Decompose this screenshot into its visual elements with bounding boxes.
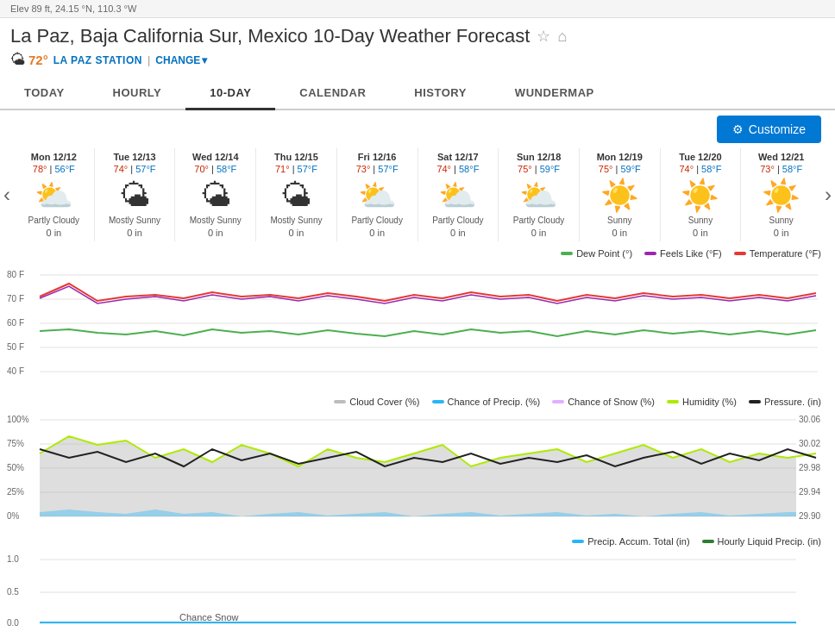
day-col-8[interactable]: Tue 12/20 74° | 58°F ☀️ Sunny 0 in bbox=[661, 148, 742, 241]
day-temps: 75° | 59°F bbox=[500, 164, 577, 174]
day-temps: 74° | 58°F bbox=[662, 164, 739, 174]
tab-today[interactable]: TODAY bbox=[0, 78, 89, 110]
tab-hourly[interactable]: HOURLY bbox=[89, 78, 186, 110]
tab-history[interactable]: HISTORY bbox=[390, 78, 491, 110]
condition-label: Mostly Sunny bbox=[97, 216, 173, 226]
weather-icon: ⛅ bbox=[420, 178, 497, 214]
legend-item: Chance of Snow (%) bbox=[552, 397, 655, 407]
legend-label: Humidity (%) bbox=[682, 397, 737, 407]
day-temps: 70° | 58°F bbox=[177, 164, 254, 174]
legend-dot bbox=[572, 540, 584, 543]
day-temps: 71° | 57°F bbox=[258, 164, 335, 174]
temp-low: 57°F bbox=[378, 164, 398, 174]
day-label: Fri 12/16 bbox=[339, 152, 416, 162]
prev-arrow-button[interactable]: ‹ bbox=[0, 183, 14, 207]
temp-high: 78° bbox=[33, 164, 47, 174]
condition-label: Sunny bbox=[581, 216, 658, 226]
legend-dot bbox=[749, 400, 761, 403]
precip-label: 0 in bbox=[177, 228, 254, 238]
day-temps: 73° | 57°F bbox=[339, 164, 416, 174]
weather-icon: ⛅ bbox=[339, 178, 416, 214]
temp-low: 56°F bbox=[54, 164, 74, 174]
legend-label: Feels Like (°F) bbox=[660, 248, 722, 259]
temp-high: 73° bbox=[356, 164, 371, 174]
temp-high: 70° bbox=[194, 164, 209, 174]
station-row: 🌤 72° LA PAZ STATION | CHANGE ▾ bbox=[10, 51, 825, 69]
days-container: Mon 12/12 78° | 56°F ⛅ Partly Cloudy 0 i… bbox=[14, 148, 821, 241]
station-name: LA PAZ STATION bbox=[53, 54, 142, 66]
day-col-1[interactable]: Tue 12/13 74° | 57°F 🌤 Mostly Sunny 0 in bbox=[95, 148, 176, 241]
day-col-4[interactable]: Fri 12/16 73° | 57°F ⛅ Partly Cloudy 0 i… bbox=[337, 148, 418, 241]
tab-10day[interactable]: 10-DAY bbox=[185, 78, 275, 110]
day-col-3[interactable]: Thu 12/15 71° | 57°F 🌤 Mostly Sunny 0 in bbox=[256, 148, 337, 241]
condition-label: Sunny bbox=[662, 216, 739, 226]
precip-label: 0 in bbox=[420, 228, 497, 238]
temp-high: 71° bbox=[275, 164, 290, 174]
temp-low: 58°F bbox=[459, 164, 479, 174]
temp-high: 74° bbox=[679, 164, 694, 174]
weather-icon: 🌤 bbox=[97, 178, 173, 214]
condition-label: Partly Cloudy bbox=[420, 216, 497, 226]
legend-dot bbox=[552, 400, 564, 403]
tab-calendar[interactable]: CALENDAR bbox=[275, 78, 390, 110]
page-title-row: La Paz, Baja California Sur, Mexico 10-D… bbox=[10, 25, 825, 47]
nav-tabs: TODAY HOURLY 10-DAY CALENDAR HISTORY WUN… bbox=[0, 78, 835, 110]
svg-text:50 F: 50 F bbox=[7, 342, 24, 352]
temp-low: 59°F bbox=[540, 164, 560, 174]
day-col-6[interactable]: Sun 12/18 75° | 59°F ⛅ Partly Cloudy 0 i… bbox=[499, 148, 580, 241]
svg-text:25%: 25% bbox=[7, 487, 24, 497]
day-temps: 74° | 57°F bbox=[97, 164, 173, 174]
legend-dot bbox=[702, 540, 714, 543]
day-col-2[interactable]: Wed 12/14 70° | 58°F 🌤 Mostly Sunny 0 in bbox=[175, 148, 256, 241]
day-label: Sun 12/18 bbox=[500, 152, 577, 162]
legend-item: Cloud Cover (%) bbox=[334, 397, 419, 407]
temperature-chart-section: Dew Point (°)Feels Like (°F)Temperature … bbox=[0, 241, 835, 390]
temp-low: 58°F bbox=[701, 164, 721, 174]
legend-label: Temperature (°F) bbox=[750, 248, 821, 259]
temp-high: 75° bbox=[518, 164, 532, 174]
day-label: Sat 12/17 bbox=[420, 152, 497, 162]
home-icon[interactable]: ⌂ bbox=[557, 28, 567, 46]
customize-button[interactable]: ⚙ Customize bbox=[717, 116, 821, 143]
precip-label: 0 in bbox=[258, 228, 335, 238]
precip-chart-legend: Precip. Accum. Total (in)Hourly Liquid P… bbox=[7, 533, 828, 550]
day-label: Mon 12/12 bbox=[16, 152, 92, 162]
temp-low: 58°F bbox=[782, 164, 802, 174]
svg-text:75%: 75% bbox=[7, 439, 24, 448]
legend-item: Chance of Precip. (%) bbox=[432, 397, 541, 407]
svg-marker-25 bbox=[40, 436, 796, 516]
favorite-icon[interactable]: ☆ bbox=[537, 27, 550, 46]
temp-high: 75° bbox=[599, 164, 613, 174]
current-weather-icon: 🌤 bbox=[10, 51, 26, 69]
condition-label: Sunny bbox=[743, 216, 819, 226]
svg-text:70 F: 70 F bbox=[7, 294, 24, 303]
day-label: Thu 12/15 bbox=[258, 152, 335, 162]
temp-chart-legend: Dew Point (°)Feels Like (°F)Temperature … bbox=[7, 245, 828, 262]
precip-label: 0 in bbox=[16, 228, 92, 238]
day-col-9[interactable]: Wed 12/21 73° | 58°F ☀️ Sunny 0 in bbox=[741, 148, 821, 241]
tab-wundermap[interactable]: WUNDERMAP bbox=[491, 78, 618, 110]
legend-dot bbox=[734, 252, 746, 255]
legend-label: Precip. Accum. Total (in) bbox=[587, 536, 689, 547]
day-col-5[interactable]: Sat 12/17 74° | 58°F ⛅ Partly Cloudy 0 i… bbox=[418, 148, 499, 241]
cloud-chart-legend: Cloud Cover (%)Chance of Precip. (%)Chan… bbox=[7, 393, 828, 410]
legend-item: Pressure. (in) bbox=[749, 397, 821, 407]
precip-label: 0 in bbox=[662, 228, 739, 238]
legend-label: Cloud Cover (%) bbox=[349, 397, 419, 407]
weather-icon: ☀️ bbox=[581, 178, 658, 214]
next-arrow-button[interactable]: › bbox=[821, 183, 835, 207]
day-col-0[interactable]: Mon 12/12 78° | 56°F ⛅ Partly Cloudy 0 i… bbox=[14, 148, 95, 241]
legend-dot bbox=[334, 400, 346, 403]
weather-icon: ⛅ bbox=[500, 178, 577, 214]
temp-high: 73° bbox=[760, 164, 775, 174]
day-col-7[interactable]: Mon 12/19 75° | 59°F ☀️ Sunny 0 in bbox=[580, 148, 661, 241]
legend-item: Dew Point (°) bbox=[561, 248, 632, 259]
change-link[interactable]: CHANGE ▾ bbox=[155, 54, 207, 66]
condition-label: Partly Cloudy bbox=[500, 216, 577, 226]
precip-label: 0 in bbox=[97, 228, 173, 238]
svg-text:0.0: 0.0 bbox=[7, 618, 19, 628]
temp-low: 57°F bbox=[298, 164, 317, 174]
precip-label: 0 in bbox=[339, 228, 416, 238]
condition-label: Partly Cloudy bbox=[339, 216, 416, 226]
legend-dot bbox=[561, 252, 573, 255]
